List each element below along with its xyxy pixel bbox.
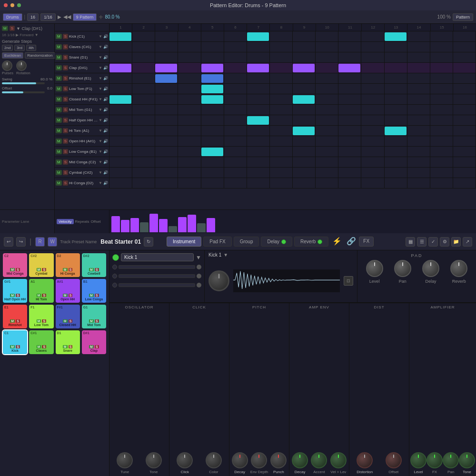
grid-cell[interactable] bbox=[109, 136, 132, 146]
grid-cell[interactable] bbox=[430, 52, 453, 62]
grid-cell[interactable] bbox=[361, 73, 384, 83]
tab-instrument[interactable]: Instrument bbox=[167, 237, 201, 247]
grid-cell[interactable] bbox=[293, 178, 316, 188]
grid-cell[interactable] bbox=[270, 52, 293, 62]
grid-cell[interactable] bbox=[132, 115, 155, 125]
kick-name-input[interactable] bbox=[121, 253, 194, 261]
grid-cell[interactable] bbox=[224, 126, 247, 136]
grid-cell[interactable] bbox=[316, 147, 338, 157]
grid-cell[interactable] bbox=[316, 31, 338, 41]
grid-cell[interactable] bbox=[361, 31, 384, 41]
grid-cell[interactable] bbox=[224, 147, 247, 157]
delay-power[interactable] bbox=[281, 239, 286, 244]
grid-cell[interactable] bbox=[178, 84, 201, 94]
grid-cell[interactable] bbox=[316, 126, 338, 136]
grid-cell[interactable] bbox=[109, 147, 132, 157]
track-solo-btn[interactable]: S bbox=[63, 118, 68, 123]
grid-cell[interactable] bbox=[155, 94, 178, 104]
offset-slider[interactable] bbox=[2, 91, 45, 93]
offset-tab[interactable]: Offset bbox=[90, 219, 100, 224]
grid-cell[interactable] bbox=[247, 52, 270, 62]
pad-pan-knob[interactable] bbox=[394, 260, 411, 277]
track-mute-btn[interactable]: M bbox=[56, 128, 62, 133]
grid-cell[interactable] bbox=[316, 105, 338, 115]
grid-cell[interactable] bbox=[385, 136, 407, 146]
grid-cell[interactable] bbox=[385, 168, 407, 178]
grid-cell[interactable] bbox=[201, 168, 224, 178]
division-btn[interactable]: 1/16 bbox=[40, 13, 56, 21]
grid-cell[interactable] bbox=[224, 178, 247, 188]
grid-cell[interactable] bbox=[155, 147, 178, 157]
reverb-power[interactable] bbox=[317, 239, 322, 244]
grid-cell[interactable] bbox=[453, 94, 476, 104]
grid-cell[interactable] bbox=[155, 115, 178, 125]
grid-cell[interactable] bbox=[132, 126, 155, 136]
steps-btn[interactable]: 16 bbox=[27, 13, 39, 21]
grid-cell[interactable] bbox=[178, 52, 201, 62]
color-knob[interactable] bbox=[206, 452, 222, 468]
tab-group[interactable]: Group bbox=[234, 237, 259, 247]
grid-cell[interactable] bbox=[155, 126, 178, 136]
grid-cell[interactable] bbox=[338, 31, 361, 41]
grid-cell[interactable] bbox=[430, 178, 453, 188]
pad-cell[interactable]: D1 M S Snare bbox=[56, 330, 80, 354]
track-solo-btn[interactable]: S bbox=[63, 170, 68, 175]
grid-cell[interactable] bbox=[247, 147, 270, 157]
grid-view-btn[interactable]: ▦ bbox=[406, 237, 415, 247]
list-view-btn[interactable]: ☰ bbox=[417, 237, 426, 247]
chain-knob-2[interactable] bbox=[197, 274, 201, 278]
track-arrow[interactable]: ▼ bbox=[99, 34, 102, 39]
swing-slider[interactable] bbox=[2, 82, 45, 84]
tab-pad-fx[interactable]: Pad FX bbox=[203, 237, 231, 247]
grid-cell[interactable] bbox=[201, 178, 224, 188]
click-knob[interactable] bbox=[177, 452, 193, 468]
track-volume[interactable]: 🔊 bbox=[103, 139, 108, 143]
settings-btn[interactable]: ⚙ bbox=[440, 237, 449, 247]
grid-cell[interactable] bbox=[132, 84, 155, 94]
amp-level-knob[interactable] bbox=[410, 452, 426, 468]
pad-cell[interactable]: C#2 M S Cymbal bbox=[29, 253, 53, 277]
grid-cell[interactable] bbox=[293, 52, 316, 62]
grid-cell[interactable] bbox=[430, 73, 453, 83]
grid-cell[interactable] bbox=[430, 105, 453, 115]
track-solo-btn[interactable]: S bbox=[63, 159, 68, 165]
grid-cell[interactable] bbox=[224, 42, 247, 52]
repeats-tab[interactable]: Repeats bbox=[75, 219, 89, 224]
grid-cell[interactable] bbox=[385, 105, 407, 115]
grid-cell[interactable] bbox=[132, 157, 155, 167]
grid-cell[interactable] bbox=[361, 147, 384, 157]
grid-cell[interactable] bbox=[385, 63, 407, 73]
pad-cell[interactable]: A#1 M S Open HH bbox=[56, 279, 80, 303]
chain-knob-3[interactable] bbox=[197, 283, 201, 288]
grid-cell[interactable] bbox=[316, 63, 338, 73]
grid-cell[interactable] bbox=[270, 136, 293, 146]
grid-cell[interactable] bbox=[361, 168, 384, 178]
track-volume[interactable]: 🔊 bbox=[103, 45, 108, 49]
maximize-dot[interactable] bbox=[17, 3, 21, 7]
track-solo-btn[interactable]: S bbox=[63, 97, 68, 102]
grid-cell[interactable] bbox=[407, 147, 430, 157]
grid-cell[interactable] bbox=[132, 73, 155, 83]
kick-dropdown-chevron[interactable]: ▼ bbox=[223, 252, 228, 258]
grid-cell[interactable] bbox=[338, 42, 361, 52]
track-arrow[interactable]: ▼ bbox=[99, 55, 102, 60]
distortion-knob[interactable] bbox=[357, 452, 373, 468]
grid-cell[interactable] bbox=[407, 126, 430, 136]
grid-cell[interactable] bbox=[247, 157, 270, 167]
grid-cell[interactable] bbox=[201, 126, 224, 136]
grid-cell[interactable] bbox=[247, 42, 270, 52]
grid-cell[interactable] bbox=[453, 178, 476, 188]
folder-btn[interactable]: 📁 bbox=[451, 237, 461, 247]
grid-cell[interactable] bbox=[270, 94, 293, 104]
track-arrow[interactable]: ▼ bbox=[99, 129, 102, 133]
grid-cell[interactable] bbox=[407, 136, 430, 146]
grid-cell[interactable] bbox=[316, 52, 338, 62]
pad-delay-knob[interactable] bbox=[422, 260, 439, 277]
track-arrow[interactable]: ▼ bbox=[99, 87, 102, 91]
grid-cell[interactable] bbox=[338, 178, 361, 188]
grid-cell[interactable] bbox=[132, 105, 155, 115]
waveform-btn[interactable]: ⊡ bbox=[344, 276, 353, 286]
pad-cell[interactable]: C2 M S Mid Conga bbox=[3, 253, 27, 277]
grid-cell[interactable] bbox=[132, 42, 155, 52]
grid-cell[interactable] bbox=[155, 157, 178, 167]
